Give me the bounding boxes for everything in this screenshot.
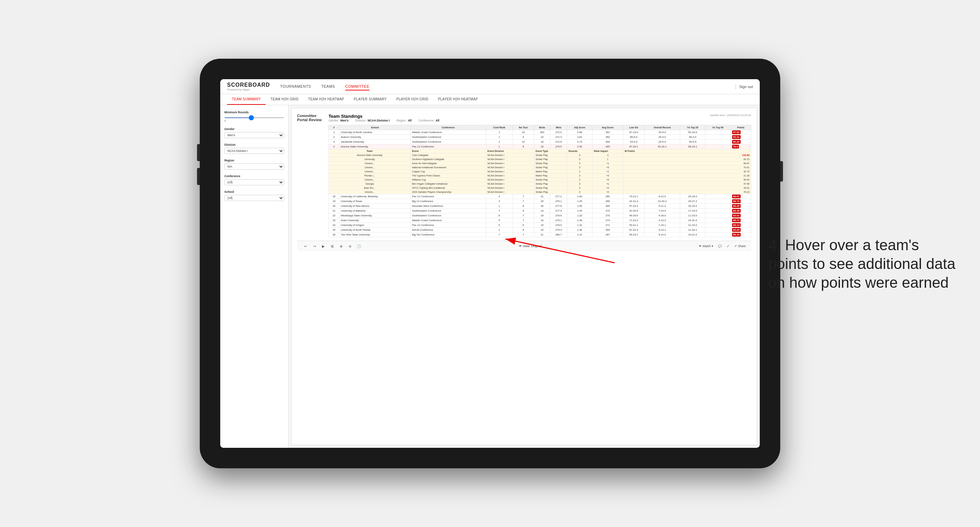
tooltip-rank-impact-9: +0 xyxy=(592,186,623,190)
subnav-player-h2h-grid[interactable]: PLAYER H2H GRID xyxy=(392,94,433,105)
points-3[interactable]: 90.20 xyxy=(730,140,751,144)
division-select[interactable]: NCAA Division I NCAA Division II NCAA Di… xyxy=(224,148,284,154)
subnav-team-h2h-heatmap[interactable]: TEAM H2H HEATMAP xyxy=(303,94,349,105)
rank-3: 3 xyxy=(329,140,339,144)
gender-select[interactable]: Men's Women's xyxy=(224,132,284,138)
table-row[interactable]: 26The Ohio State UniversityBig Ten Confe… xyxy=(329,232,751,237)
filter-conference: Conference: All xyxy=(418,119,439,122)
table-row[interactable]: 24University of OregonPac-12 Conference … xyxy=(329,223,751,228)
view-label: View: Original xyxy=(523,244,542,248)
col-rank: # xyxy=(329,125,339,130)
tooltip-col-w-points: W Points xyxy=(623,149,751,153)
avg-3: 269 xyxy=(592,140,623,144)
sidebar-section-division: Division NCAA Division I NCAA Division I… xyxy=(224,143,284,154)
col-adj-score: Adj Score xyxy=(567,125,592,130)
tooltip-col-rounds: Rounds xyxy=(567,149,592,153)
sidebar-section-school: School (All) xyxy=(224,190,284,201)
tooltip-data-row-8: Georgia Ben Hogan Collegiate Invitationa… xyxy=(329,182,751,186)
tooltip-team-9: East Ten... xyxy=(329,186,411,190)
top25-1: 50-10-0 xyxy=(680,130,705,135)
tooltip-rank-impact-7: +0 xyxy=(592,178,623,182)
table-row[interactable]: 23Duke UniversityAtlantic Coast Conferen… xyxy=(329,218,751,223)
volume-down-button xyxy=(197,168,200,185)
subnav-player-h2h-heatmap[interactable]: PLAYER H2H HEATMAP xyxy=(433,94,483,105)
view-icon: 👁 xyxy=(519,244,522,248)
adj-1: 2.86 xyxy=(567,130,592,135)
tooltip-wpoints-4: 74.01 xyxy=(623,165,751,170)
avg-1: 262 xyxy=(592,130,623,135)
nav-committee[interactable]: COMMITTEE xyxy=(345,83,369,90)
table-row[interactable]: 21University of AlabamaSoutheastern Conf… xyxy=(329,208,751,213)
app-logo: SCOREBOARD xyxy=(227,82,270,88)
table-row-highlighted[interactable]: 4 Arizona State University Pac-12 Confer… xyxy=(329,144,751,149)
tooltip-wpoints-7: 50.64 xyxy=(623,178,751,182)
points-4[interactable]: 78.5 xyxy=(730,144,751,149)
table-row[interactable]: 18University of California, BerkeleyPac-… xyxy=(329,194,751,199)
tooltip-type-1: Stroke Play xyxy=(534,153,567,157)
tablet-screen: SCOREBOARD Powered by clippd TOURNAMENTS… xyxy=(220,79,760,448)
standings-table: # School Conference Conf Rank No Tour Bn… xyxy=(328,125,751,237)
tooltip-wpoints-8: 97.66 xyxy=(623,182,751,186)
table-row[interactable]: 2 Auburn University Southeastern Confere… xyxy=(329,135,751,140)
clock-button[interactable]: 🕐 xyxy=(356,243,362,249)
table-row[interactable]: 20University of New MexicoMountain West … xyxy=(329,204,751,208)
sign-out-button[interactable]: Sign out xyxy=(739,85,753,89)
conf-rank-4: 1 xyxy=(486,144,512,149)
tooltip-team-1: Arizona State University xyxy=(329,153,411,157)
table-row[interactable]: 25University of North FloridaASUN Confer… xyxy=(329,228,751,232)
tooltip-team-6: Florida I... xyxy=(329,174,411,178)
tooltip-event-1: Celo-Collegiate xyxy=(410,153,486,157)
tooltip-col-team: Team xyxy=(329,149,411,153)
overall-3: 29-5-0 xyxy=(644,140,680,144)
tablet-frame: SCOREBOARD Powered by clippd TOURNAMENTS… xyxy=(200,59,780,468)
tooltip-data-row-10: Univers... 2023 Sahalee Players Champion… xyxy=(329,190,751,194)
watch-button[interactable]: 👁 Watch ▾ xyxy=(698,244,714,248)
table-row[interactable]: 22Mississippi State UniversitySoutheaste… xyxy=(329,213,751,218)
table-row[interactable]: 19University of TexasBig 12 Conference 3… xyxy=(329,199,751,204)
subnav-team-h2h-grid[interactable]: TEAM H2H GRID xyxy=(266,94,303,105)
tooltip-wpoints-5: 42.73 xyxy=(623,170,751,174)
tooltip-team-10: Univers... xyxy=(329,190,411,194)
undo-button[interactable]: ↩ xyxy=(302,243,309,249)
portal-review-label: Portal Review xyxy=(297,118,322,122)
tooltip-data-row-9: East Ten... OFCC Fighting Illini Invitat… xyxy=(329,186,751,190)
tooltip-event-8: Ben Hogan Collegiate Invitational xyxy=(410,182,486,186)
nav-teams[interactable]: TEAMS xyxy=(321,83,335,90)
table-row[interactable]: 1 University of North Carolina Atlantic … xyxy=(329,130,751,135)
redo-button[interactable]: ↪ xyxy=(312,243,318,249)
tooltip-div-2: NCAA Division I xyxy=(486,157,534,162)
minus-button[interactable]: ⊖ xyxy=(347,243,353,249)
conference-select[interactable]: (All) xyxy=(224,179,284,185)
table-row[interactable]: 3 Vanderbilt University Southeastern Con… xyxy=(329,140,751,144)
tooltip-team-5: Univers... xyxy=(329,170,411,174)
points-1[interactable]: 97.02 xyxy=(730,130,751,135)
subnav-player-summary[interactable]: PLAYER SUMMARY xyxy=(349,94,392,105)
comment-button[interactable]: 💬 xyxy=(718,244,722,248)
top25-2: 35-4-0 xyxy=(680,135,705,140)
points-2[interactable]: 93.31 xyxy=(730,135,751,140)
tooltip-data-row-2: University Southern Highlands Collegiate… xyxy=(329,157,751,162)
nav-tournaments[interactable]: TOURNAMENTS xyxy=(280,83,311,90)
plus-button[interactable]: ⊕ xyxy=(338,243,344,249)
school-select[interactable]: (All) xyxy=(224,195,284,201)
copy-button[interactable]: ⊞ xyxy=(329,243,335,249)
rank-1: 1 xyxy=(329,130,339,135)
tooltip-rank-impact-8: +1 xyxy=(592,182,623,186)
no-tour-3: 10 xyxy=(512,140,534,144)
avg-4: 265 xyxy=(592,144,623,149)
tooltip-wpoints-6: 21.26 xyxy=(623,174,751,178)
subnav-team-summary[interactable]: TEAM SUMMARY xyxy=(227,94,266,105)
forward-button[interactable]: ▶ xyxy=(320,243,326,249)
tooltip-rank-impact-3: +1 xyxy=(592,162,623,165)
tooltip-type-8: Stroke Play xyxy=(534,182,567,186)
sidebar-section-min-rounds: Minimum Rounds 5 xyxy=(224,111,284,122)
tooltip-rounds-9: 3 xyxy=(567,186,592,190)
tooltip-div-7: NCAA Division I xyxy=(486,178,534,182)
expand-button[interactable]: ⤢ xyxy=(727,244,729,248)
region-select[interactable]: N/A xyxy=(224,163,284,170)
view-original[interactable]: 👁 View: Original xyxy=(519,244,542,248)
filter-region: Region: All xyxy=(396,119,412,122)
share-button[interactable]: ↗ Share xyxy=(734,244,746,248)
min-rounds-slider[interactable] xyxy=(224,117,284,118)
school-4: Arizona State University xyxy=(339,144,410,149)
